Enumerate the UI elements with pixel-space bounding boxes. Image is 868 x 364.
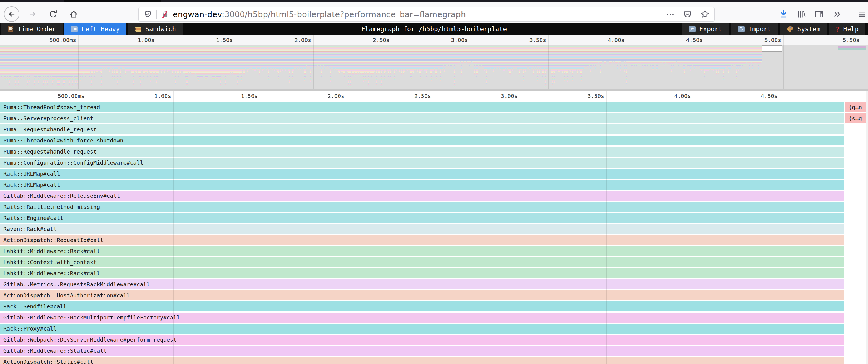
system-theme-button[interactable]: System [780,23,827,35]
url-text[interactable]: engwan-dev:3000/h5bp/html5-boilerplate?p… [173,10,662,19]
flame-frame[interactable]: Puma::ThreadPool#spawn_thread [0,102,844,112]
flame-row: Gitlab::Middleware::Static#call [0,346,868,356]
flame-frame[interactable]: Gitlab::Metrics::RequestsRackMiddleware#… [0,279,844,289]
browser-action-buttons [778,3,867,25]
flame-row: Gitlab::Metrics::RequestsRackMiddleware#… [0,279,868,289]
export-icon [689,26,696,33]
tracking-protection-shield-icon[interactable] [143,10,153,19]
import-button[interactable]: Import [731,23,778,35]
flame-frame[interactable]: Gitlab::Middleware::RackMultipartTempfil… [0,312,844,323]
home-button[interactable] [66,7,81,21]
minimap-gridline [392,35,392,89]
frame-label: Rails::Engine#call [0,214,63,221]
flame-row: Puma::ThreadPool#with_force_shutdown [0,135,868,145]
flame-frame[interactable]: Rack::URLMap#call [0,169,844,179]
flame-frame[interactable]: Labkit::Context.with_context [0,257,844,267]
flame-row: Gitlab::Middleware::RackMultipartTempfil… [0,312,868,323]
url-bar[interactable]: engwan-dev:3000/h5bp/html5-boilerplate?p… [138,7,715,22]
palette-icon [786,26,794,33]
tab-sandwich[interactable]: Sandwich [128,23,183,35]
flame-frame[interactable]: Rack::Sendfile#call [0,301,844,311]
reload-icon [48,9,58,19]
export-button[interactable]: Export [682,23,729,35]
flame-frame[interactable]: ActionDispatch::HostAuthorization#call [0,290,844,300]
library-icon[interactable] [796,9,807,20]
frame-label: Puma::Server#process_client [0,115,93,122]
frame-label: Puma::ThreadPool#with_force_shutdown [0,137,123,144]
frame-label: Rack::URLMap#call [0,170,60,177]
insecure-lock-icon[interactable] [160,10,170,19]
flamegraph-gridline [693,91,693,364]
browser-nav-buttons [4,3,81,25]
flame-frame[interactable]: Rails::Engine#call [0,213,844,223]
flame-frame[interactable]: ActionDispatch::Static#call [0,357,844,364]
flame-row: Labkit::Context.with_context [0,257,868,267]
flame-row: Puma::Request#handle_request [0,146,868,157]
flame-row: ActionDispatch::Static#call [0,357,868,364]
minimap-gridline [627,35,627,89]
minimap-viewport-box[interactable] [762,45,782,52]
flame-row: Puma::Server#process_client(s…g [0,113,868,123]
minimap-gridline [313,35,314,89]
minimap-tick-label: 500.00ms [15,35,76,45]
flame-frame[interactable]: ActionDispatch::RequestId#call [0,235,844,245]
reload-button[interactable] [46,7,60,21]
minimap-gridline [78,35,79,89]
url-host: engwan-dev [173,10,222,19]
tab-left-heavy[interactable]: Left Heavy [64,23,126,35]
help-icon: ? [836,25,840,33]
bookmark-star-icon[interactable] [700,9,710,20]
frame-label: ActionDispatch::Static#call [0,359,93,364]
back-button[interactable] [4,6,20,22]
flame-frame[interactable]: Gitlab::Middleware::ReleaseEnv#call [0,191,844,201]
forward-button[interactable] [26,7,40,21]
pocket-icon[interactable] [683,10,692,19]
home-icon [69,9,79,19]
flamegraph-view[interactable]: 500.00ms1.00s1.50s2.00s2.50s3.00s3.50s4.… [0,91,868,364]
minimap-gridline [705,35,705,89]
flame-frame[interactable]: Puma::ThreadPool#with_force_shutdown [0,135,844,145]
button-label: Export [699,26,722,33]
frame-label: Rails::Railtie.method_missing [0,204,100,210]
frame-label: Gitlab::Metrics::RequestsRackMiddleware#… [0,281,150,288]
tab-time-order[interactable]: Time Order [1,23,63,35]
flame-row: Puma::ThreadPool#spawn_thread(g…n [0,102,868,112]
minimap-flame-canvas[interactable] [0,45,868,89]
flamegraph-gridline [173,91,174,364]
minimap-separator [0,89,868,91]
downloads-icon[interactable] [778,9,789,20]
flame-frame[interactable]: Rack::URLMap#call [0,180,844,190]
flame-frame[interactable]: Puma::Request#handle_request [0,146,844,157]
import-icon [738,26,745,33]
flame-frame[interactable]: Labkit::Middleware::Rack#call [0,268,844,278]
flame-frame[interactable]: Rails::Railtie.method_missing [0,202,844,212]
sidebar-icon[interactable] [814,9,824,20]
flame-row: ActionDispatch::HostAuthorization#call [0,290,868,300]
minimap-tick-label: 3.00s [407,35,468,45]
button-label: System [797,26,820,33]
overflow-chevrons-icon[interactable] [832,9,842,20]
flame-frame[interactable]: Rack::Proxy#call [0,324,844,334]
help-button[interactable]: ? Help [829,23,865,35]
flame-frame[interactable]: Puma::Server#process_client [0,113,844,123]
menu-hamburger-icon[interactable] [857,9,867,20]
scrollbar-track[interactable] [866,91,868,364]
clock-icon [7,26,14,33]
frame-label: ActionDispatch::HostAuthorization#call [0,292,130,299]
page-actions-icon[interactable] [666,10,675,19]
flame-frame[interactable]: Gitlab::Webpack::DevServerMiddleware#per… [0,335,844,345]
tab-label: Sandwich [145,26,176,33]
minimap-gridline [470,35,470,89]
back-icon [7,9,17,19]
flame-frame[interactable]: Labkit::Middleware::Rack#call [0,246,844,256]
flame-frame[interactable]: Gitlab::Middleware::Static#call [0,346,844,356]
flame-frame[interactable]: Puma::Request#handle_request [0,125,844,134]
flame-frame-right[interactable]: (g…n [845,102,866,112]
minimap-tick-label: 5.50s [799,35,860,45]
browser-toolbar: engwan-dev:3000/h5bp/html5-boilerplate?p… [0,2,868,24]
frame-label: Rack::URLMap#call [0,181,60,188]
flame-frame-right[interactable]: (s…g [845,113,866,123]
minimap-panel[interactable]: 500.00ms1.00s1.50s2.00s2.50s3.00s3.50s4.… [0,35,868,89]
flame-frame[interactable]: Raven::Rack#call [0,224,844,234]
flame-frame[interactable]: Puma::Configuration::ConfigMiddleware#ca… [0,158,844,168]
